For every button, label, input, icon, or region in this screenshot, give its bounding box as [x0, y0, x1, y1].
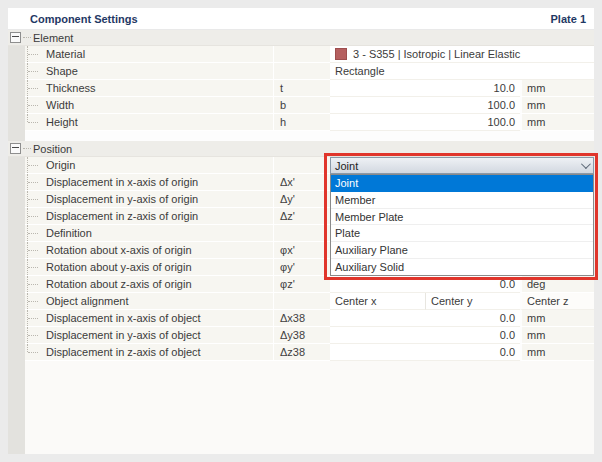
symbol-cell: Δz38: [273, 344, 330, 361]
tree-gutter: [8, 327, 25, 344]
alignment-z-select[interactable]: Center z: [520, 293, 594, 310]
property-symbol: Δx38: [280, 312, 305, 324]
property-label-cell: Displacement in y-axis of origin: [25, 191, 273, 208]
property-label: Material: [46, 48, 85, 60]
property-label: Shape: [46, 65, 78, 77]
property-label: Rotation about x-axis of origin: [46, 244, 192, 256]
property-symbol: Δx': [280, 176, 295, 188]
spacer-band: [25, 131, 594, 141]
shape-value-field[interactable]: Rectangle: [330, 63, 594, 80]
unit-label: mm: [520, 97, 594, 114]
tree-gutter: [8, 114, 25, 131]
tree-gutter: [8, 208, 25, 225]
dropdown-option-joint[interactable]: Joint: [331, 175, 593, 192]
collapse-position-button[interactable]: [10, 143, 21, 154]
value-field[interactable]: 0.0: [330, 327, 520, 344]
property-label-cell: Definition: [25, 225, 273, 242]
symbol-cell: φz': [273, 276, 330, 293]
row-shape: Shape Rectangle: [8, 63, 594, 80]
value-field[interactable]: 0.0: [330, 344, 520, 361]
panel-titlebar: Component Settings Plate 1: [8, 8, 594, 30]
section-header-element: Element: [8, 30, 594, 46]
property-label: Displacement in y-axis of origin: [46, 193, 198, 205]
row-width: Width b 100.0 mm: [8, 97, 594, 114]
property-label: Displacement in x-axis of object: [46, 312, 201, 324]
dropdown-option-plate[interactable]: Plate: [331, 225, 593, 242]
symbol-cell: [273, 63, 330, 80]
property-label-cell: Displacement in x-axis of object: [25, 310, 273, 327]
material-value: 3 - S355 | Isotropic | Linear Elastic: [353, 48, 520, 60]
dropdown-option-auxiliary-plane[interactable]: Auxiliary Plane: [331, 242, 593, 259]
property-label: Width: [46, 99, 74, 111]
component-settings-panel: Component Settings Plate 1 Element Mater…: [8, 8, 594, 454]
section-label: Element: [33, 32, 73, 44]
origin-combobox[interactable]: Joint: [330, 157, 594, 174]
row-displacement-y-object: Displacement in y-axis of object Δy38 0.…: [8, 327, 594, 344]
tree-connector: [23, 148, 31, 149]
rotation-z-value-field[interactable]: 0.0: [330, 276, 520, 293]
tree-gutter: [8, 344, 25, 361]
property-label-cell: Displacement in y-axis of object: [25, 327, 273, 344]
context-badge: Plate 1: [551, 13, 586, 25]
property-symbol: φz': [280, 278, 295, 290]
dropdown-option-member[interactable]: Member: [331, 192, 593, 209]
property-label-cell: Rotation about x-axis of origin: [25, 242, 273, 259]
unit-label: mm: [520, 344, 594, 361]
unit-label: mm: [520, 327, 594, 344]
value-field[interactable]: 0.0: [330, 310, 520, 327]
symbol-cell: φx': [273, 242, 330, 259]
property-label-cell: Rotation about y-axis of origin: [25, 259, 273, 276]
symbol-cell: Δx38: [273, 310, 330, 327]
alignment-x-select[interactable]: Center x: [330, 293, 425, 310]
property-symbol: Δz': [280, 210, 295, 222]
height-value-field[interactable]: 100.0: [330, 114, 520, 131]
property-label: Definition: [46, 227, 92, 239]
material-value-field[interactable]: 3 - S355 | Isotropic | Linear Elastic: [330, 46, 594, 63]
row-rotation-z-origin: Rotation about z-axis of origin φz' 0.0 …: [8, 276, 594, 293]
panel-filler: [8, 361, 594, 454]
row-origin: Origin Joint: [8, 157, 594, 174]
property-label-cell: Origin: [25, 157, 273, 174]
symbol-cell: h: [273, 114, 330, 131]
collapse-element-button[interactable]: [10, 32, 21, 43]
property-label: Displacement in x-axis of origin: [46, 176, 198, 188]
empty-area: [25, 361, 594, 454]
property-label: Origin: [46, 159, 75, 171]
alignment-y-select[interactable]: Center y: [425, 293, 520, 310]
tree-gutter: [8, 63, 25, 80]
property-label: Rotation about y-axis of origin: [46, 261, 192, 273]
width-value-field[interactable]: 100.0: [330, 97, 520, 114]
symbol-cell: [273, 225, 330, 242]
property-label: Displacement in y-axis of object: [46, 329, 201, 341]
property-symbol: t: [280, 82, 283, 94]
unit-label: deg: [520, 276, 594, 293]
property-label-cell: Width: [25, 97, 273, 114]
property-label-cell: Thickness: [25, 80, 273, 97]
row-object-alignment: Object alignment Center x Center y Cente…: [8, 293, 594, 310]
unit-label: mm: [520, 114, 594, 131]
symbol-cell: [273, 46, 330, 63]
property-label-cell: Rotation about z-axis of origin: [25, 276, 273, 293]
dropdown-option-member-plate[interactable]: Member Plate: [331, 209, 593, 226]
symbol-cell: b: [273, 97, 330, 114]
tree-gutter: [8, 361, 25, 454]
symbol-cell: t: [273, 80, 330, 97]
unit-label: mm: [520, 80, 594, 97]
thickness-value-field[interactable]: 10.0: [330, 80, 520, 97]
symbol-cell: Δy38: [273, 327, 330, 344]
tree-gutter: [8, 191, 25, 208]
property-label-cell: Material: [25, 46, 273, 63]
dropdown-option-auxiliary-solid[interactable]: Auxiliary Solid: [331, 259, 593, 275]
tree-gutter: [8, 310, 25, 327]
property-symbol: Δz38: [280, 346, 305, 358]
tree-gutter: [8, 80, 25, 97]
minus-icon: [12, 147, 19, 148]
row-thickness: Thickness t 10.0 mm: [8, 80, 594, 97]
property-symbol: b: [280, 99, 286, 111]
row-height: Height h 100.0 mm: [8, 114, 594, 131]
symbol-cell: Δx': [273, 174, 330, 191]
unit-label: mm: [520, 310, 594, 327]
shape-value: Rectangle: [335, 65, 385, 77]
tree-gutter: [8, 293, 25, 310]
property-label-cell: Displacement in x-axis of origin: [25, 174, 273, 191]
